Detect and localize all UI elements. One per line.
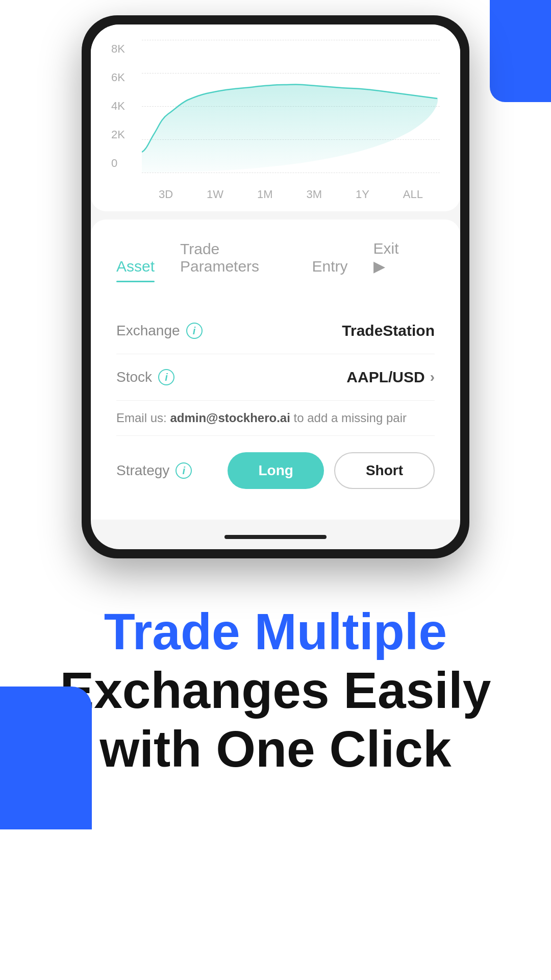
exchange-help-icon[interactable]: i bbox=[186, 323, 203, 339]
time-1m[interactable]: 1M bbox=[257, 188, 273, 201]
email-note: Email us: admin@stockhero.ai to add a mi… bbox=[116, 401, 435, 436]
card-section: Asset Trade Parameters Entry Exit ▶ Exch… bbox=[91, 219, 460, 520]
time-3d[interactable]: 3D bbox=[159, 188, 173, 201]
long-button[interactable]: Long bbox=[228, 452, 323, 489]
stock-value[interactable]: AAPL/USD › bbox=[346, 369, 435, 386]
strategy-label: Strategy i bbox=[116, 462, 192, 479]
exchange-row: Exchange i TradeStation bbox=[116, 308, 435, 354]
stock-help-icon[interactable]: i bbox=[158, 369, 174, 385]
strategy-help-icon[interactable]: i bbox=[176, 462, 192, 479]
stock-row: Stock i AAPL/USD › bbox=[116, 354, 435, 401]
tab-bar: Asset Trade Parameters Entry Exit ▶ bbox=[116, 240, 435, 282]
y-label-6k: 6K bbox=[111, 71, 125, 84]
home-bar bbox=[224, 535, 327, 539]
phone-mockup: 8K 6K 4K 2K 0 bbox=[82, 15, 469, 558]
short-button[interactable]: Short bbox=[334, 452, 435, 489]
time-3m[interactable]: 3M bbox=[306, 188, 322, 201]
y-label-0: 0 bbox=[111, 157, 125, 170]
top-section: 8K 6K 4K 2K 0 bbox=[0, 0, 551, 561]
blue-corner-decoration bbox=[490, 0, 551, 102]
chart-section: 8K 6K 4K 2K 0 bbox=[91, 24, 460, 211]
chart-time-labels: 3D 1W 1M 3M 1Y ALL bbox=[111, 183, 440, 201]
stock-label: Stock i bbox=[116, 369, 174, 385]
tab-entry[interactable]: Entry bbox=[312, 258, 348, 282]
chart-y-labels: 8K 6K 4K 2K 0 bbox=[111, 40, 125, 173]
y-label-4k: 4K bbox=[111, 100, 125, 113]
exchange-label: Exchange i bbox=[116, 323, 203, 339]
chart-svg bbox=[142, 40, 440, 173]
headline-blue: Trade Multiple bbox=[41, 602, 510, 661]
blue-corner-bottom-decoration bbox=[0, 687, 92, 829]
y-label-2k: 2K bbox=[111, 128, 125, 141]
headline-black-line1: Exchanges Easily bbox=[41, 661, 510, 720]
exchange-value: TradeStation bbox=[342, 322, 435, 339]
bottom-section: Trade Multiple Exchanges Easily with One… bbox=[0, 561, 551, 829]
tab-trade-parameters[interactable]: Trade Parameters bbox=[180, 240, 286, 282]
phone-screen: 8K 6K 4K 2K 0 bbox=[91, 24, 460, 549]
tab-asset[interactable]: Asset bbox=[116, 258, 155, 282]
chart-area: 8K 6K 4K 2K 0 bbox=[111, 40, 440, 173]
time-1w[interactable]: 1W bbox=[207, 188, 223, 201]
strategy-buttons: Long Short bbox=[228, 452, 435, 489]
time-1y[interactable]: 1Y bbox=[356, 188, 369, 201]
home-indicator bbox=[91, 520, 460, 549]
time-all[interactable]: ALL bbox=[403, 188, 423, 201]
tab-exit[interactable]: Exit ▶ bbox=[373, 240, 409, 282]
strategy-row: Strategy i Long Short bbox=[116, 436, 435, 499]
stock-chevron-icon: › bbox=[430, 369, 435, 385]
headline-black-line2: with One Click bbox=[41, 720, 510, 778]
chart-grid bbox=[142, 40, 440, 173]
y-label-8k: 8K bbox=[111, 42, 125, 56]
